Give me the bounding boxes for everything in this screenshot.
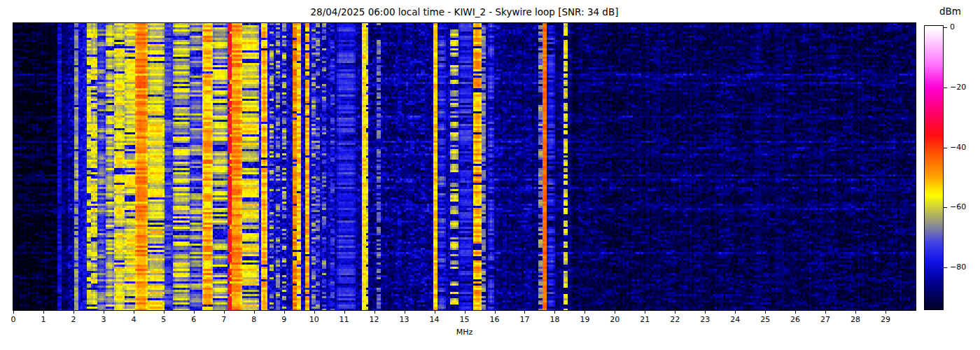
x-axis-tick [465, 311, 465, 314]
colorbar-tick-label: 0 [950, 22, 955, 31]
x-axis-tick [765, 311, 766, 314]
x-axis-tick-label: 1 [41, 315, 46, 324]
x-axis-tick-label: 22 [670, 315, 680, 324]
x-axis-tick-label: 4 [131, 315, 136, 324]
spectrogram-plot-area [13, 22, 916, 311]
x-axis-tick-label: 28 [850, 315, 860, 324]
x-axis-tick-label: 3 [101, 315, 106, 324]
x-axis-tick [675, 311, 676, 314]
x-axis-tick-label: 18 [550, 315, 559, 324]
x-axis-tick [104, 311, 104, 314]
x-axis-tick-label: 5 [161, 315, 166, 324]
x-axis-tick-label: 14 [430, 315, 440, 324]
x-axis-tick-label: 6 [191, 315, 196, 324]
x-axis-tick [374, 311, 375, 314]
x-axis-tick [735, 311, 736, 314]
x-axis-tick [43, 311, 44, 314]
x-axis-tick [855, 311, 856, 314]
colorbar-tick [944, 27, 947, 28]
x-axis-tick [284, 311, 285, 314]
colorbar-tick [944, 88, 947, 88]
x-axis-tick-label: 2 [71, 315, 76, 324]
x-axis-tick [645, 311, 645, 314]
x-axis-tick [886, 311, 886, 314]
x-axis-tick-label: 26 [790, 315, 800, 324]
x-axis-tick-label: 11 [340, 315, 349, 324]
colorbar-tick-label: −80 [950, 262, 966, 272]
x-axis-tick [314, 311, 315, 314]
x-axis-tick [344, 311, 345, 314]
x-axis-tick [74, 311, 74, 314]
x-axis-tick-label: 9 [281, 315, 286, 324]
x-axis-tick [584, 311, 585, 314]
x-axis-tick-label: 12 [370, 315, 379, 324]
x-axis-tick [615, 311, 615, 314]
x-axis-tick-label: 10 [309, 315, 319, 324]
x-axis-tick [405, 311, 405, 314]
x-axis-tick [524, 311, 525, 314]
colorbar-label: dBm [939, 6, 961, 17]
x-axis-tick-label: 19 [580, 315, 589, 324]
x-axis-tick-label: 24 [730, 315, 740, 324]
x-axis-tick-label: 7 [221, 315, 226, 324]
x-axis-label: MHz [13, 328, 916, 337]
x-axis-tick-label: 16 [490, 315, 500, 324]
colorbar-tick [944, 207, 947, 208]
x-axis-tick [13, 311, 14, 314]
colorbar-tick-label: −60 [950, 203, 966, 212]
x-axis-tick-label: 0 [11, 315, 16, 324]
x-axis-tick [254, 311, 255, 314]
colorbar-tick [944, 267, 947, 268]
colorbar-canvas [925, 26, 943, 309]
x-axis-tick-label: 17 [519, 315, 529, 324]
x-axis-tick [134, 311, 134, 314]
x-axis-tick-label: 29 [881, 315, 890, 324]
x-axis-tick-label: 23 [700, 315, 710, 324]
x-axis-tick-label: 20 [610, 315, 620, 324]
x-axis-tick [795, 311, 796, 314]
x-axis-tick [554, 311, 555, 314]
colorbar-tick-label: −40 [950, 143, 966, 152]
x-axis-tick [825, 311, 826, 314]
x-axis-tick [705, 311, 706, 314]
figure-title: 28/04/2025 06:00 local time - KIWI_2 - S… [13, 6, 916, 18]
x-axis-tick [495, 311, 496, 314]
x-axis-tick [224, 311, 225, 314]
colorbar-tick [944, 148, 947, 148]
x-axis-tick-label: 25 [760, 315, 770, 324]
x-axis-tick [194, 311, 195, 314]
spectrogram-canvas [13, 23, 916, 310]
x-axis-tick [435, 311, 435, 314]
x-axis-tick-label: 21 [640, 315, 650, 324]
x-axis-tick [164, 311, 164, 314]
x-axis-tick-label: 15 [460, 315, 470, 324]
colorbar [924, 25, 944, 310]
spectrogram-figure: 28/04/2025 06:00 local time - KIWI_2 - S… [0, 0, 980, 350]
colorbar-tick-label: −20 [950, 83, 966, 92]
x-axis-tick-label: 27 [820, 315, 830, 324]
x-axis-tick-label: 8 [251, 315, 256, 324]
x-axis-tick-label: 13 [400, 315, 410, 324]
